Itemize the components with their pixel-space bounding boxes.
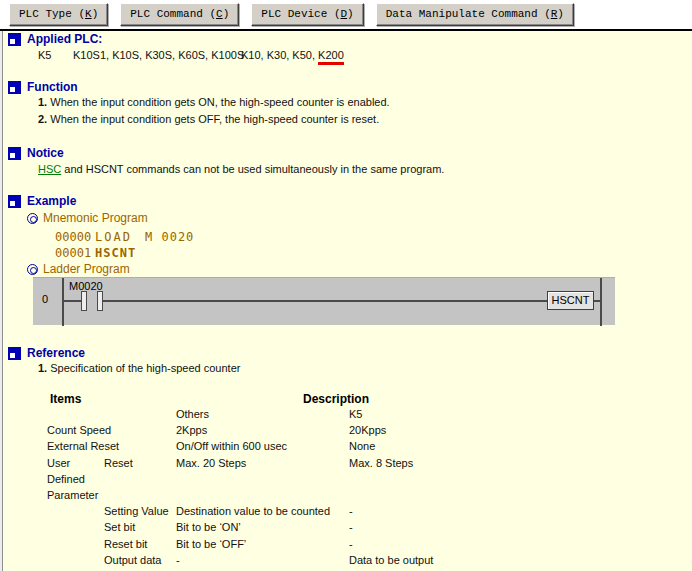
section-title: Function xyxy=(27,80,78,94)
cell: Output data xyxy=(104,554,162,566)
table-row: Defined xyxy=(0,473,692,489)
table-row: Count Speed2Kpps20Kpps xyxy=(0,424,692,440)
cell: Setting Value xyxy=(104,505,169,517)
description-column-header: Description xyxy=(303,392,369,406)
program-label-text: Mnemonic Program xyxy=(43,211,148,225)
plc-group-k5: K5 xyxy=(38,49,51,61)
item-text: When the input condition gets ON, the hi… xyxy=(50,96,389,108)
square-bullet-icon xyxy=(8,147,21,160)
toolbar: PLC Type (K) PLC Command (C) PLC Device … xyxy=(0,0,692,31)
table-row: Set bitBit to be ‘ON’- xyxy=(0,521,692,537)
rung-line xyxy=(103,300,547,302)
button-label-end: ) xyxy=(557,8,564,20)
cell: Count Speed xyxy=(47,424,111,436)
cell: - xyxy=(349,505,353,517)
help-page: PLC Type (K) PLC Command (C) PLC Device … xyxy=(0,0,692,571)
mnemonic-row-2: 00001 HSCNT xyxy=(55,246,355,260)
button-label: PLC Type ( xyxy=(19,8,85,20)
opcode: LOAD xyxy=(95,230,132,244)
item-number: 1. xyxy=(38,96,47,108)
hotkey-letter: K xyxy=(85,8,92,20)
plc-device-button[interactable]: PLC Device (D) xyxy=(251,3,363,26)
cell: Bit to be ‘OFF’ xyxy=(176,538,246,550)
cell: Destination value to be counted xyxy=(176,505,330,517)
k200-highlighted: K200 xyxy=(318,49,344,65)
rung-number: 0 xyxy=(42,293,48,305)
mnemonic-row-1: 00000 LOAD M 0020 xyxy=(55,230,355,244)
button-label: PLC Command ( xyxy=(130,8,216,20)
cell: - xyxy=(349,521,353,533)
cell: 20Kpps xyxy=(349,424,386,436)
cell: Data to be output xyxy=(349,554,433,566)
cell: On/Off within 600 usec xyxy=(176,440,287,452)
cell: - xyxy=(349,538,353,550)
reference-item: 1. Specification of the high-speed count… xyxy=(38,362,240,374)
table-row: UserResetMax. 20 StepsMax. 8 Steps xyxy=(0,457,692,473)
step-number: 00001 xyxy=(55,246,91,260)
hsc-link[interactable]: HSC xyxy=(38,163,61,175)
notice-text: HSC and HSCNT commands can not be used s… xyxy=(38,163,444,175)
data-manipulate-command-button[interactable]: Data Manipulate Command (R) xyxy=(376,3,574,26)
opcode: HSCNT xyxy=(95,246,136,260)
contact-bar-icon xyxy=(81,291,87,311)
hscnt-function-block: HSCNT xyxy=(547,291,594,310)
operand: M 0020 xyxy=(145,230,194,244)
table-row: Output data-Data to be output xyxy=(0,554,692,570)
button-label-end: ) xyxy=(223,8,230,20)
cell: K5 xyxy=(349,408,362,420)
button-label: Data Manipulate Command ( xyxy=(386,8,551,20)
cell: Reset xyxy=(104,457,133,469)
reference-heading: Reference xyxy=(8,345,85,361)
table-row: Reset bitBit to be ‘OFF’- xyxy=(0,538,692,554)
function-item-2: 2. When the input condition gets OFF, th… xyxy=(38,113,379,125)
button-label: PLC Device ( xyxy=(261,8,340,20)
plc-group-k-series: K10, K30, K50, K200 xyxy=(241,49,344,61)
button-label-end: ) xyxy=(347,8,354,20)
cell: None xyxy=(349,440,375,452)
table-row: Parameter xyxy=(0,489,692,505)
item-number: 2. xyxy=(38,113,47,125)
cell: Others xyxy=(176,408,209,420)
ladder-right-rail xyxy=(600,278,602,326)
cell: 2Kpps xyxy=(176,424,207,436)
cell: Max. 20 Steps xyxy=(176,457,246,469)
notice-rest: and HSCNT commands can not be used simul… xyxy=(61,163,444,175)
plc-command-button[interactable]: PLC Command (C) xyxy=(120,3,239,26)
square-bullet-icon xyxy=(8,33,21,46)
ladder-diagram: 0 M0020 HSCNT xyxy=(33,277,615,325)
table-row: Setting ValueDestination value to be cou… xyxy=(0,505,692,521)
section-title: Notice xyxy=(27,146,64,160)
square-bullet-icon xyxy=(8,81,21,94)
example-heading: Example xyxy=(8,193,76,209)
section-title: Applied PLC: xyxy=(27,32,102,46)
cell: Max. 8 Steps xyxy=(349,457,413,469)
cell: - xyxy=(176,554,180,566)
cell: Defined xyxy=(47,473,85,485)
square-bullet-icon xyxy=(8,347,21,360)
button-label-end: ) xyxy=(92,8,99,20)
item-text: When the input condition gets OFF, the h… xyxy=(50,113,379,125)
cell: Reset bit xyxy=(104,538,147,550)
plc-group-s-series: K10S1, K10S, K30S, K60S, K100S xyxy=(73,49,244,61)
function-heading: Function xyxy=(8,79,78,95)
mnemonic-program-label: Mnemonic Program xyxy=(27,211,148,225)
cell: Bit to be ‘ON’ xyxy=(176,521,241,533)
double-circle-bullet-icon xyxy=(27,213,38,224)
step-number: 00000 xyxy=(55,230,91,244)
table-row: External ResetOn/Off within 600 usecNone xyxy=(0,440,692,456)
plc-group-prefix: K10, K30, K50, xyxy=(241,49,318,61)
plc-type-button[interactable]: PLC Type (K) xyxy=(9,3,108,26)
rung-line xyxy=(64,300,81,302)
ladder-left-rail xyxy=(62,278,64,326)
notice-heading: Notice xyxy=(8,145,64,161)
table-row: OthersK5 xyxy=(0,408,692,424)
section-title: Example xyxy=(27,194,76,208)
cell: Parameter xyxy=(47,489,98,501)
item-number: 1. xyxy=(38,362,47,374)
cell: Set bit xyxy=(104,521,135,533)
cell: User xyxy=(47,457,70,469)
ladder-program-label: Ladder Program xyxy=(27,262,130,276)
table-header: Items Description xyxy=(0,392,692,408)
hotkey-letter: C xyxy=(216,8,223,20)
items-column-header: Items xyxy=(50,392,81,406)
